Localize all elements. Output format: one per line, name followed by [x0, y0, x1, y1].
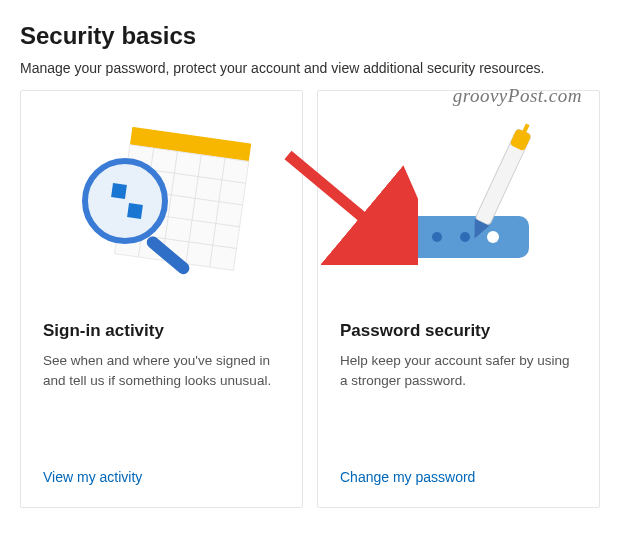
page-subtitle: Manage your password, protect your accou…	[20, 60, 600, 76]
card-title-sign-in: Sign-in activity	[43, 321, 280, 341]
card-password-security[interactable]: Password security Help keep your account…	[317, 90, 600, 508]
watermark-text: groovyPost.com	[453, 85, 582, 107]
calendar-magnifier-icon	[62, 116, 262, 296]
card-desc-sign-in: See when and where you've signed in and …	[43, 351, 280, 390]
password-security-illustration	[318, 91, 599, 321]
svg-rect-22	[521, 124, 529, 135]
change-my-password-link[interactable]: Change my password	[318, 469, 599, 507]
sign-in-activity-illustration	[21, 91, 302, 321]
view-my-activity-link[interactable]: View my activity	[21, 469, 302, 507]
svg-point-18	[487, 231, 499, 243]
card-sign-in-activity[interactable]: Sign-in activity See when and where you'…	[20, 90, 303, 508]
page-title: Security basics	[20, 22, 600, 50]
svg-point-10	[85, 161, 165, 241]
svg-point-15	[404, 232, 414, 242]
svg-rect-13	[127, 203, 143, 219]
svg-point-17	[460, 232, 470, 242]
cards-row: Sign-in activity See when and where you'…	[20, 90, 600, 508]
svg-rect-12	[111, 183, 127, 199]
password-pen-icon	[349, 116, 569, 296]
svg-rect-14	[379, 216, 529, 258]
svg-point-16	[432, 232, 442, 242]
card-title-password: Password security	[340, 321, 577, 341]
card-desc-password: Help keep your account safer by using a …	[340, 351, 577, 390]
